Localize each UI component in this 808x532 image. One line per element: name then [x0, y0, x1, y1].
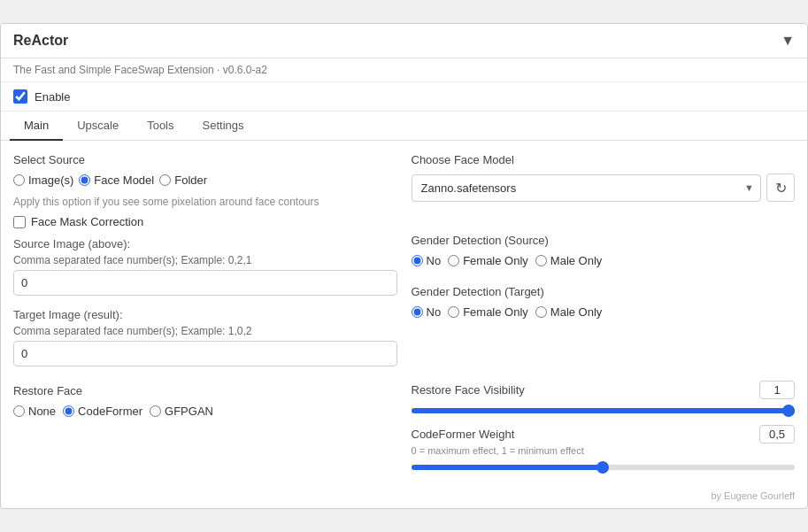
visibility-value: 1: [759, 381, 795, 399]
tabs-bar: Main Upscale Tools Settings: [1, 112, 807, 141]
face-model-wrapper: Zanno.safetensors ▼ ↻: [412, 173, 796, 202]
select-source-group: Image(s) Face Model Folder: [13, 173, 397, 187]
enable-label: Enable: [35, 90, 70, 104]
source-face-model-label: Face Model: [94, 173, 154, 187]
enable-row: Enable: [1, 82, 807, 112]
right-column: Choose Face Model Zanno.safetensors ▼ ↻ …: [412, 153, 796, 372]
bottom-section: Restore Face None CodeFormer GFPGAN: [13, 381, 795, 473]
restore-face-group: None CodeFormer GFPGAN: [13, 405, 397, 418]
main-content: Select Source Image(s) Face Model Folder: [1, 141, 807, 485]
codeformer-slider-container: [412, 459, 796, 473]
target-image-hint: Comma separated face number(s); Example:…: [13, 325, 397, 337]
enable-checkbox[interactable]: [13, 89, 27, 104]
source-image-input[interactable]: [13, 270, 397, 296]
tab-main[interactable]: Main: [10, 112, 63, 141]
gender-source-female[interactable]: Female Only: [448, 254, 528, 267]
codeformer-weight-section: CodeFormer Weight 0,5 0 = maximum effect…: [412, 425, 796, 473]
visibility-slider[interactable]: [412, 408, 796, 413]
codeformer-weight-value: 0,5: [759, 425, 795, 443]
refresh-button[interactable]: ↻: [766, 173, 795, 202]
source-images-label: Image(s): [28, 173, 73, 187]
gender-source-label: Gender Detection (Source): [412, 234, 796, 247]
face-mask-checkbox[interactable]: [13, 216, 26, 228]
visibility-label: Restore Face Visibility: [412, 383, 525, 397]
weight-header: CodeFormer Weight 0,5: [412, 425, 796, 443]
restore-face-label: Restore Face: [13, 384, 397, 397]
source-face-model-option[interactable]: Face Model: [79, 173, 154, 187]
gender-target-group: No Female Only Male Only: [412, 305, 796, 319]
source-folder-option[interactable]: Folder: [159, 173, 207, 187]
gender-source-group: No Female Only Male Only: [412, 254, 796, 267]
restore-codeformer[interactable]: CodeFormer: [63, 405, 142, 418]
footer-credit: by Eugene Gourleff: [1, 485, 807, 508]
reactor-window: ReActor ▼ The Fast and Simple FaceSwap E…: [0, 23, 808, 509]
source-folder-radio[interactable]: [159, 174, 171, 186]
face-mask-label: Face Mask Correction: [31, 215, 143, 228]
visibility-slider-container: [412, 403, 796, 416]
left-column: Select Source Image(s) Face Model Folder: [13, 153, 397, 372]
codeformer-weight-label: CodeFormer Weight: [412, 428, 515, 441]
restore-gfpgan[interactable]: GFPGAN: [150, 405, 213, 418]
restore-none[interactable]: None: [13, 405, 56, 418]
codeformer-hint: 0 = maximum effect, 1 = minimum effect: [412, 445, 796, 456]
source-face-model-radio[interactable]: [79, 174, 90, 186]
target-image-label: Target Image (result):: [13, 308, 397, 321]
window-title: ReActor: [13, 33, 68, 49]
collapse-icon[interactable]: ▼: [781, 33, 795, 49]
codeformer-weight-slider[interactable]: [412, 465, 796, 470]
gender-source-male[interactable]: Male Only: [535, 254, 603, 267]
restore-face-right: Restore Face Visibility 1 CodeFormer Wei…: [412, 381, 796, 473]
source-image-hint: Comma separated face number(s); Example:…: [13, 254, 397, 266]
tab-settings[interactable]: Settings: [189, 112, 258, 141]
restore-face-left: Restore Face None CodeFormer GFPGAN: [13, 381, 397, 473]
face-mask-row: Face Mask Correction: [13, 215, 397, 228]
source-image-label: Source Image (above):: [13, 237, 397, 251]
choose-face-model-label: Choose Face Model: [412, 153, 796, 166]
select-source-label: Select Source: [13, 153, 397, 166]
source-images-option[interactable]: Image(s): [13, 173, 73, 187]
gender-target-label: Gender Detection (Target): [412, 285, 796, 298]
tab-upscale[interactable]: Upscale: [63, 112, 133, 141]
face-mask-hint: Apply this option if you see some pixela…: [13, 196, 397, 208]
source-folder-label: Folder: [174, 173, 207, 187]
top-grid: Select Source Image(s) Face Model Folder: [13, 153, 795, 372]
target-image-input[interactable]: [13, 341, 397, 366]
gender-target-female[interactable]: Female Only: [448, 305, 528, 319]
face-model-select[interactable]: Zanno.safetensors: [412, 174, 762, 202]
gender-target-no[interactable]: No: [412, 305, 442, 319]
title-bar: ReActor ▼: [1, 24, 807, 58]
visibility-section: Restore Face Visibility 1: [412, 381, 796, 416]
gender-target-male[interactable]: Male Only: [535, 305, 603, 319]
tab-tools[interactable]: Tools: [133, 112, 188, 141]
gender-source-no[interactable]: No: [412, 254, 442, 267]
subtitle: The Fast and Simple FaceSwap Extension ·…: [1, 58, 807, 82]
source-images-radio[interactable]: [13, 174, 25, 186]
